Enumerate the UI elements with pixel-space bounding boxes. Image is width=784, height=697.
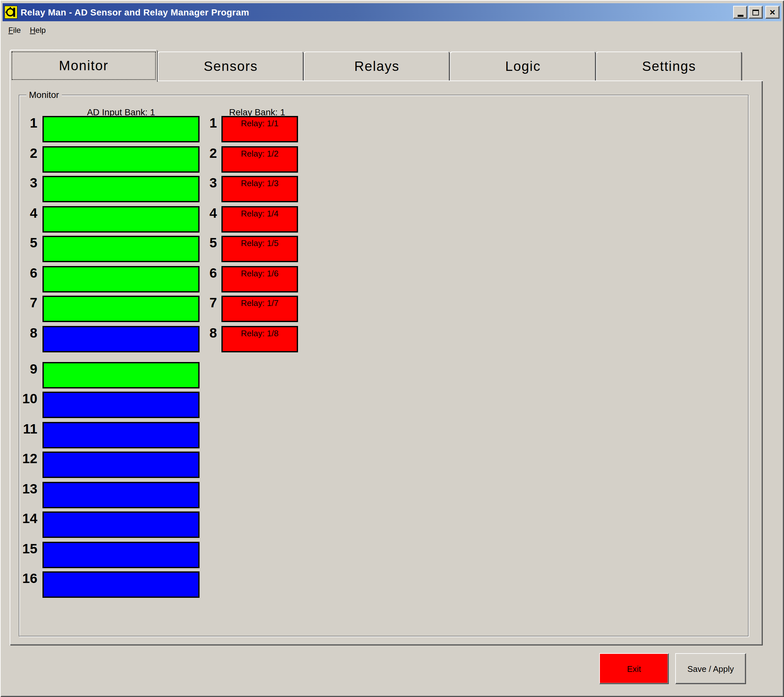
- menu-bar: File Help: [4, 23, 780, 37]
- relay-number: 1: [199, 116, 217, 130]
- window-controls: ×: [732, 6, 779, 19]
- ad-input-row: 10: [19, 391, 199, 418]
- tab-logic[interactable]: Logic: [450, 51, 596, 81]
- minimize-icon: [737, 15, 743, 17]
- relay-label: Relay: 1/1: [241, 119, 278, 128]
- ad-input-number: 14: [19, 512, 37, 526]
- relay-indicator: Relay: 1/2: [221, 146, 298, 172]
- ad-input-number: 6: [19, 266, 37, 280]
- ad-input-indicator: [43, 266, 199, 292]
- ad-input-indicator: [43, 391, 199, 418]
- monitor-tab-page: Monitor AD Input Bank: 1 Relay Bank: 1 1…: [10, 81, 763, 646]
- relay-number: 2: [199, 146, 217, 160]
- ad-input-number: 1: [19, 116, 37, 130]
- relay-indicator: Relay: 1/3: [221, 176, 298, 202]
- relay-indicator: Relay: 1/7: [221, 296, 298, 322]
- ad-input-indicator: [43, 452, 199, 478]
- ad-input-row: 13: [19, 482, 199, 508]
- relay-row: 2Relay: 1/2: [199, 146, 298, 172]
- relay-label: Relay: 1/2: [241, 149, 278, 158]
- tab-monitor[interactable]: Monitor: [10, 50, 158, 82]
- exit-button[interactable]: Exit: [599, 653, 669, 684]
- ad-input-row: 9: [19, 362, 199, 388]
- ad-input-row: 1: [19, 116, 199, 142]
- menu-file[interactable]: File: [4, 25, 25, 36]
- ad-input-number: 16: [19, 571, 37, 586]
- ad-input-row: 6: [19, 266, 199, 292]
- relay-indicator: Relay: 1/4: [221, 206, 298, 232]
- relay-number: 3: [199, 176, 217, 190]
- ad-input-row: 8: [19, 325, 199, 352]
- relay-number: 7: [199, 296, 217, 310]
- relay-label: Relay: 1/6: [241, 268, 278, 278]
- tab-settings[interactable]: Settings: [596, 51, 742, 81]
- ad-input-row: 14: [19, 512, 199, 538]
- ad-input-number: 9: [19, 362, 37, 376]
- ad-input-row: 16: [19, 571, 199, 598]
- relay-label: Relay: 1/4: [241, 208, 278, 218]
- ad-input-row: 15: [19, 542, 199, 568]
- minimize-button[interactable]: [733, 6, 747, 19]
- relay-row: 1Relay: 1/1: [199, 116, 298, 142]
- ad-input-indicator: [43, 116, 199, 142]
- close-icon: ×: [769, 7, 775, 17]
- ad-input-row: 3: [19, 176, 199, 202]
- relay-row: 3Relay: 1/3: [199, 176, 298, 202]
- relay-label: Relay: 1/5: [241, 238, 278, 248]
- relay-number: 8: [199, 325, 217, 340]
- ad-input-row: 4: [19, 206, 199, 232]
- ad-input-number: 4: [19, 206, 37, 220]
- ad-input-indicator: [43, 296, 199, 322]
- close-button[interactable]: ×: [765, 6, 779, 19]
- ad-input-number: 7: [19, 296, 37, 310]
- ad-input-indicator: [43, 325, 199, 352]
- relay-indicator: Relay: 1/6: [221, 266, 298, 292]
- relay-number: 4: [199, 206, 217, 220]
- relay-row: 6Relay: 1/6: [199, 266, 298, 292]
- relay-indicator: Relay: 1/1: [221, 116, 298, 142]
- relay-column: 1Relay: 1/1 2Relay: 1/2 3Relay: 1/3 4Rel…: [199, 116, 298, 355]
- ad-input-indicator: [43, 571, 199, 598]
- app-icon: [5, 6, 17, 19]
- ad-input-number: 10: [19, 391, 37, 406]
- ad-input-number: 5: [19, 236, 37, 250]
- relay-row: 5Relay: 1/5: [199, 236, 298, 262]
- ad-input-indicator: [43, 236, 199, 262]
- ad-input-number: 8: [19, 325, 37, 340]
- ad-input-indicator: [43, 512, 199, 538]
- relay-indicator: Relay: 1/8: [221, 325, 298, 352]
- groupbox-label: Monitor: [26, 90, 61, 100]
- tab-sensors[interactable]: Sensors: [158, 51, 304, 81]
- relay-number: 5: [199, 236, 217, 250]
- ad-input-number: 13: [19, 482, 37, 496]
- relay-number: 6: [199, 266, 217, 280]
- ad-input-column: 1 2 3 4 5 6 7 8 9 10 11 12 13 14 15 16: [19, 116, 199, 601]
- ad-input-number: 2: [19, 146, 37, 160]
- ad-input-row: 7: [19, 296, 199, 322]
- ad-input-indicator: [43, 362, 199, 388]
- monitor-groupbox: Monitor AD Input Bank: 1 Relay Bank: 1 1…: [19, 95, 749, 636]
- save-apply-button[interactable]: Save / Apply: [675, 653, 746, 684]
- ad-input-indicator: [43, 421, 199, 448]
- ad-input-number: 12: [19, 452, 37, 466]
- window-title: Relay Man - AD Sensor and Relay Manager …: [21, 7, 249, 17]
- relay-row: 7Relay: 1/7: [199, 296, 298, 322]
- maximize-icon: [753, 9, 759, 15]
- ad-input-row: 5: [19, 236, 199, 262]
- menu-help[interactable]: Help: [25, 25, 50, 36]
- relay-indicator: Relay: 1/5: [221, 236, 298, 262]
- ad-input-number: 11: [19, 421, 37, 436]
- app-window: Relay Man - AD Sensor and Relay Manager …: [0, 0, 784, 697]
- title-bar: Relay Man - AD Sensor and Relay Manager …: [3, 3, 781, 21]
- tab-relays[interactable]: Relays: [304, 51, 450, 81]
- relay-label: Relay: 1/7: [241, 298, 278, 308]
- ad-input-row: 12: [19, 452, 199, 478]
- tab-strip: Monitor Sensors Relays Logic Settings: [10, 50, 742, 82]
- ad-input-indicator: [43, 176, 199, 202]
- relay-label: Relay: 1/8: [241, 328, 278, 338]
- maximize-button[interactable]: [749, 6, 763, 19]
- ad-input-indicator: [43, 206, 199, 232]
- ad-input-indicator: [43, 482, 199, 508]
- ad-input-row: 11: [19, 421, 199, 448]
- ad-input-row: 2: [19, 146, 199, 172]
